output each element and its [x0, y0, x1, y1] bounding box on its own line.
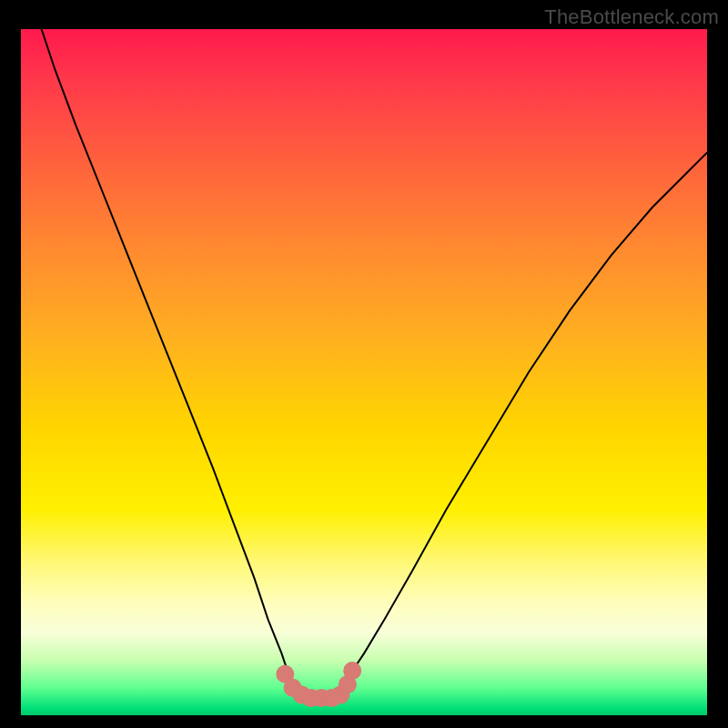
chart-svg: [21, 29, 707, 715]
chart-marker-band: [276, 662, 361, 707]
chart-plot-area: [21, 29, 707, 715]
watermark-text: TheBottleneck.com: [544, 5, 719, 29]
marker-dot: [343, 662, 361, 680]
chart-curve: [42, 29, 707, 698]
